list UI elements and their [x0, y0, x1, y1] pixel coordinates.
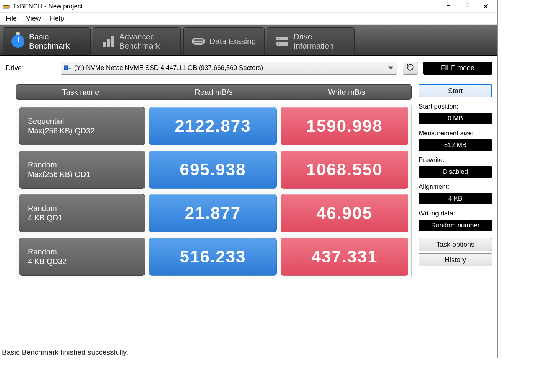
task-line1: Random	[28, 160, 136, 170]
read-value: 2122.873	[149, 107, 277, 145]
status-text: Basic Benchmark finished successfully.	[2, 348, 128, 356]
col-task: Task name	[16, 88, 145, 97]
tab-label: Advanced Benchmark	[119, 32, 160, 50]
task-name[interactable]: Random 4 KB QD1	[19, 194, 145, 232]
tab-label: Basic Benchmark	[29, 32, 70, 50]
writing-data-value[interactable]: Random number	[419, 220, 492, 231]
refresh-icon	[406, 63, 414, 73]
menu-file[interactable]: File	[6, 15, 17, 23]
read-value: 695.938	[149, 151, 277, 189]
menu-view[interactable]: View	[26, 15, 41, 23]
tab-label: Drive Information	[293, 32, 333, 50]
task-line1: Random	[28, 204, 136, 213]
maximize-button[interactable]: □	[461, 2, 473, 11]
benchmark-row: Random 4 KB QD32 516.233 437.331	[19, 238, 408, 276]
tab-advanced-benchmark[interactable]: Advanced Benchmark	[93, 27, 181, 55]
sidebar: Start Start position: 0 MB Measurement s…	[419, 84, 492, 341]
task-line1: Sequential	[28, 117, 136, 126]
toolbar: Basic Benchmark Advanced Benchmark Data …	[0, 25, 497, 56]
file-mode-button[interactable]: FILE mode	[423, 62, 492, 75]
write-value: 46.905	[281, 194, 408, 232]
svg-rect-1	[3, 5, 9, 6]
task-name[interactable]: Random 4 KB QD32	[19, 238, 145, 276]
start-button[interactable]: Start	[419, 84, 492, 97]
main-area: Task name Read mB/s Write mB/s Sequentia…	[0, 77, 497, 344]
write-value: 437.331	[281, 238, 408, 276]
menu-help[interactable]: Help	[50, 15, 64, 23]
close-button[interactable]: ✕	[480, 2, 491, 11]
task-name[interactable]: Random Max(256 KB) QD1	[19, 151, 145, 189]
drive-row: Drive: (Y:) NVMe Netac NVME SSD 4 447.11…	[0, 56, 497, 77]
writing-data-label: Writing data:	[419, 210, 492, 217]
title-bar: TxBENCH - New project – □ ✕	[0, 0, 497, 13]
disk-icon	[64, 65, 71, 71]
drive-selected-text: (Y:) NVMe Netac NVME SSD 4 447.11 GB (93…	[74, 64, 263, 72]
measurement-size-label: Measurement size:	[419, 130, 492, 137]
drive-label: Drive:	[6, 64, 55, 72]
benchmark-rows: Sequential Max(256 KB) QD32 2122.873 159…	[16, 104, 412, 279]
read-value: 21.877	[149, 194, 277, 232]
write-value: 1590.998	[281, 107, 408, 145]
task-line1: Random	[28, 247, 136, 257]
benchmark-header: Task name Read mB/s Write mB/s	[16, 84, 412, 100]
benchmark-row: Random Max(256 KB) QD1 695.938 1068.550	[19, 151, 408, 189]
task-line2: Max(256 KB) QD32	[28, 126, 136, 136]
write-value: 1068.550	[281, 151, 408, 189]
tab-label: Data Erasing	[210, 37, 256, 45]
window-title: TxBENCH - New project	[13, 3, 83, 10]
tab-basic-benchmark[interactable]: Basic Benchmark	[3, 27, 91, 55]
task-line2: 4 KB QD1	[28, 213, 136, 223]
tab-data-erasing[interactable]: Data Erasing	[183, 27, 265, 55]
start-position-value[interactable]: 0 MB	[419, 113, 492, 124]
stopwatch-icon	[11, 35, 24, 48]
bars-icon	[102, 35, 115, 48]
task-line2: 4 KB QD32	[28, 257, 136, 266]
prewrite-value[interactable]: Disabled	[419, 166, 492, 178]
benchmark-row: Random 4 KB QD1 21.877 46.905	[19, 194, 408, 232]
measurement-size-value[interactable]: 512 MB	[419, 139, 492, 151]
read-value: 516.233	[149, 238, 277, 276]
tab-drive-information[interactable]: Drive Information	[267, 27, 355, 55]
menu-bar: File View Help	[0, 13, 497, 25]
col-write: Write mB/s	[282, 88, 411, 97]
task-line2: Max(256 KB) QD1	[28, 170, 136, 179]
task-name[interactable]: Sequential Max(256 KB) QD32	[19, 107, 145, 145]
start-position-label: Start position:	[419, 103, 492, 110]
drive-icon	[276, 35, 289, 48]
erase-icon	[192, 35, 205, 48]
app-icon	[3, 3, 10, 10]
minimize-button[interactable]: –	[443, 2, 455, 11]
col-read: Read mB/s	[149, 88, 278, 97]
alignment-label: Alignment:	[419, 183, 492, 191]
benchmark-row: Sequential Max(256 KB) QD32 2122.873 159…	[19, 107, 408, 145]
benchmark-panel: Task name Read mB/s Write mB/s Sequentia…	[16, 84, 412, 341]
task-options-button[interactable]: Task options	[419, 238, 492, 251]
drive-select[interactable]: (Y:) NVMe Netac NVME SSD 4 447.11 GB (93…	[61, 62, 397, 75]
history-button[interactable]: History	[419, 253, 492, 266]
status-bar: Basic Benchmark finished successfully.	[0, 346, 497, 358]
alignment-value[interactable]: 4 KB	[419, 193, 492, 204]
prewrite-label: Prewrite:	[419, 156, 492, 164]
refresh-button[interactable]	[403, 62, 418, 75]
